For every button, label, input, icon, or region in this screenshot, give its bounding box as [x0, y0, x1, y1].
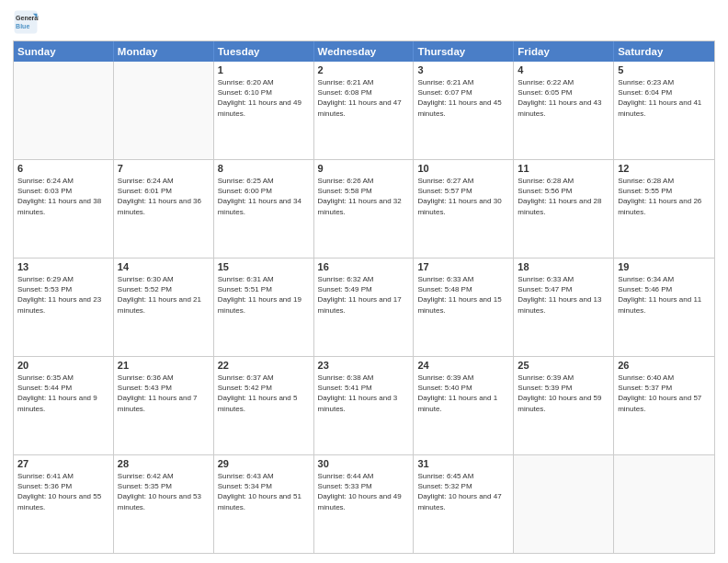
header-day-wednesday: Wednesday	[314, 41, 415, 62]
header-day-monday: Monday	[114, 41, 214, 62]
calendar-cell: 23Sunrise: 6:38 AMSunset: 5:41 PMDayligh…	[314, 357, 415, 454]
calendar-cell: 29Sunrise: 6:43 AMSunset: 5:34 PMDayligh…	[214, 455, 314, 553]
day-number: 31	[417, 458, 509, 469]
day-info: Sunrise: 6:26 AMSunset: 5:58 PMDaylight:…	[318, 176, 410, 217]
day-number: 30	[318, 458, 410, 469]
calendar-cell: 13Sunrise: 6:29 AMSunset: 5:53 PMDayligh…	[14, 259, 114, 356]
day-info: Sunrise: 6:23 AMSunset: 6:04 PMDaylight:…	[618, 77, 711, 119]
calendar-cell: 1Sunrise: 6:20 AMSunset: 6:10 PMDaylight…	[214, 62, 314, 159]
day-info: Sunrise: 6:43 AMSunset: 5:34 PMDaylight:…	[218, 471, 310, 512]
day-info: Sunrise: 6:41 AMSunset: 5:36 PMDaylight:…	[17, 471, 109, 512]
calendar-cell: 6Sunrise: 6:24 AMSunset: 6:03 PMDaylight…	[14, 160, 114, 258]
day-info: Sunrise: 6:27 AMSunset: 5:57 PMDaylight:…	[417, 176, 509, 217]
calendar-cell: 17Sunrise: 6:33 AMSunset: 5:48 PMDayligh…	[414, 259, 514, 356]
calendar-cell: 31Sunrise: 6:45 AMSunset: 5:32 PMDayligh…	[414, 455, 514, 553]
day-info: Sunrise: 6:36 AMSunset: 5:43 PMDaylight:…	[118, 373, 210, 414]
day-number: 8	[218, 163, 310, 174]
day-number: 1	[218, 64, 310, 75]
day-info: Sunrise: 6:32 AMSunset: 5:49 PMDaylight:…	[318, 274, 410, 316]
calendar-cell: 10Sunrise: 6:27 AMSunset: 5:57 PMDayligh…	[414, 160, 514, 258]
calendar-cell: 26Sunrise: 6:40 AMSunset: 5:37 PMDayligh…	[614, 357, 714, 454]
logo-icon: General Blue	[13, 9, 39, 35]
day-info: Sunrise: 6:34 AMSunset: 5:46 PMDaylight:…	[618, 274, 711, 316]
day-info: Sunrise: 6:39 AMSunset: 5:39 PMDaylight:…	[518, 373, 609, 414]
day-number: 10	[417, 163, 509, 174]
logo: General Blue	[13, 9, 42, 35]
calendar-cell: 11Sunrise: 6:28 AMSunset: 5:56 PMDayligh…	[514, 160, 614, 258]
day-info: Sunrise: 6:21 AMSunset: 6:08 PMDaylight:…	[318, 77, 410, 119]
day-info: Sunrise: 6:24 AMSunset: 6:03 PMDaylight:…	[17, 176, 109, 217]
calendar-cell: 12Sunrise: 6:28 AMSunset: 5:55 PMDayligh…	[614, 160, 714, 258]
day-info: Sunrise: 6:39 AMSunset: 5:40 PMDaylight:…	[417, 373, 509, 414]
calendar-cell: 30Sunrise: 6:44 AMSunset: 5:33 PMDayligh…	[314, 455, 415, 553]
day-info: Sunrise: 6:42 AMSunset: 5:35 PMDaylight:…	[118, 471, 210, 512]
header-day-sunday: Sunday	[14, 41, 114, 62]
day-number: 15	[218, 261, 310, 272]
day-number: 26	[618, 360, 711, 371]
day-number: 29	[218, 458, 310, 469]
day-info: Sunrise: 6:25 AMSunset: 6:00 PMDaylight:…	[218, 176, 310, 217]
day-info: Sunrise: 6:24 AMSunset: 6:01 PMDaylight:…	[118, 176, 210, 217]
day-info: Sunrise: 6:28 AMSunset: 5:56 PMDaylight:…	[518, 176, 609, 217]
calendar-row-1: 1Sunrise: 6:20 AMSunset: 6:10 PMDaylight…	[14, 62, 714, 159]
calendar-cell: 24Sunrise: 6:39 AMSunset: 5:40 PMDayligh…	[414, 357, 514, 454]
day-number: 20	[17, 360, 109, 371]
calendar-cell: 22Sunrise: 6:37 AMSunset: 5:42 PMDayligh…	[214, 357, 314, 454]
calendar-cell: 3Sunrise: 6:21 AMSunset: 6:07 PMDaylight…	[414, 62, 514, 159]
day-info: Sunrise: 6:20 AMSunset: 6:10 PMDaylight:…	[218, 77, 310, 119]
day-info: Sunrise: 6:31 AMSunset: 5:51 PMDaylight:…	[218, 274, 310, 316]
calendar-cell: 21Sunrise: 6:36 AMSunset: 5:43 PMDayligh…	[114, 357, 214, 454]
day-info: Sunrise: 6:35 AMSunset: 5:44 PMDaylight:…	[17, 373, 109, 414]
day-number: 7	[118, 163, 210, 174]
day-info: Sunrise: 6:38 AMSunset: 5:41 PMDaylight:…	[318, 373, 410, 414]
calendar-cell	[14, 62, 114, 159]
calendar-cell: 2Sunrise: 6:21 AMSunset: 6:08 PMDaylight…	[314, 62, 415, 159]
day-info: Sunrise: 6:45 AMSunset: 5:32 PMDaylight:…	[417, 471, 509, 512]
calendar-cell: 20Sunrise: 6:35 AMSunset: 5:44 PMDayligh…	[14, 357, 114, 454]
day-info: Sunrise: 6:44 AMSunset: 5:33 PMDaylight:…	[318, 471, 410, 512]
day-number: 28	[118, 458, 210, 469]
calendar-row-5: 27Sunrise: 6:41 AMSunset: 5:36 PMDayligh…	[14, 454, 714, 553]
calendar-cell: 16Sunrise: 6:32 AMSunset: 5:49 PMDayligh…	[314, 259, 415, 356]
header-day-saturday: Saturday	[614, 41, 714, 62]
header-day-friday: Friday	[514, 41, 614, 62]
day-info: Sunrise: 6:21 AMSunset: 6:07 PMDaylight:…	[417, 77, 509, 119]
day-info: Sunrise: 6:33 AMSunset: 5:47 PMDaylight:…	[518, 274, 609, 316]
svg-text:Blue: Blue	[16, 23, 29, 29]
day-info: Sunrise: 6:29 AMSunset: 5:53 PMDaylight:…	[17, 274, 109, 316]
day-info: Sunrise: 6:22 AMSunset: 6:05 PMDaylight:…	[518, 77, 609, 119]
day-number: 23	[318, 360, 410, 371]
day-number: 21	[118, 360, 210, 371]
day-number: 16	[318, 261, 410, 272]
calendar-header: SundayMondayTuesdayWednesdayThursdayFrid…	[14, 41, 714, 62]
calendar-cell: 27Sunrise: 6:41 AMSunset: 5:36 PMDayligh…	[14, 455, 114, 553]
calendar-cell: 14Sunrise: 6:30 AMSunset: 5:52 PMDayligh…	[114, 259, 214, 356]
calendar: SundayMondayTuesdayWednesdayThursdayFrid…	[13, 40, 715, 554]
day-number: 9	[318, 163, 410, 174]
svg-text:General: General	[16, 15, 39, 21]
calendar-cell: 4Sunrise: 6:22 AMSunset: 6:05 PMDaylight…	[514, 62, 614, 159]
day-number: 3	[417, 64, 509, 75]
calendar-row-4: 20Sunrise: 6:35 AMSunset: 5:44 PMDayligh…	[14, 356, 714, 454]
calendar-cell	[514, 455, 614, 553]
calendar-cell: 15Sunrise: 6:31 AMSunset: 5:51 PMDayligh…	[214, 259, 314, 356]
day-number: 19	[618, 261, 711, 272]
day-number: 5	[618, 64, 711, 75]
day-info: Sunrise: 6:28 AMSunset: 5:55 PMDaylight:…	[618, 176, 711, 217]
calendar-row-2: 6Sunrise: 6:24 AMSunset: 6:03 PMDaylight…	[14, 159, 714, 258]
day-number: 12	[618, 163, 711, 174]
calendar-cell: 28Sunrise: 6:42 AMSunset: 5:35 PMDayligh…	[114, 455, 214, 553]
day-number: 22	[218, 360, 310, 371]
calendar-cell: 19Sunrise: 6:34 AMSunset: 5:46 PMDayligh…	[614, 259, 714, 356]
page: General Blue SundayMondayTuesdayWednesda…	[0, 0, 728, 563]
day-number: 14	[118, 261, 210, 272]
day-info: Sunrise: 6:33 AMSunset: 5:48 PMDaylight:…	[417, 274, 509, 316]
day-number: 25	[518, 360, 609, 371]
calendar-body: 1Sunrise: 6:20 AMSunset: 6:10 PMDaylight…	[14, 62, 714, 553]
header: General Blue	[13, 9, 715, 35]
calendar-cell	[614, 455, 714, 553]
calendar-cell: 25Sunrise: 6:39 AMSunset: 5:39 PMDayligh…	[514, 357, 614, 454]
day-number: 27	[17, 458, 109, 469]
day-info: Sunrise: 6:40 AMSunset: 5:37 PMDaylight:…	[618, 373, 711, 414]
calendar-row-3: 13Sunrise: 6:29 AMSunset: 5:53 PMDayligh…	[14, 258, 714, 356]
